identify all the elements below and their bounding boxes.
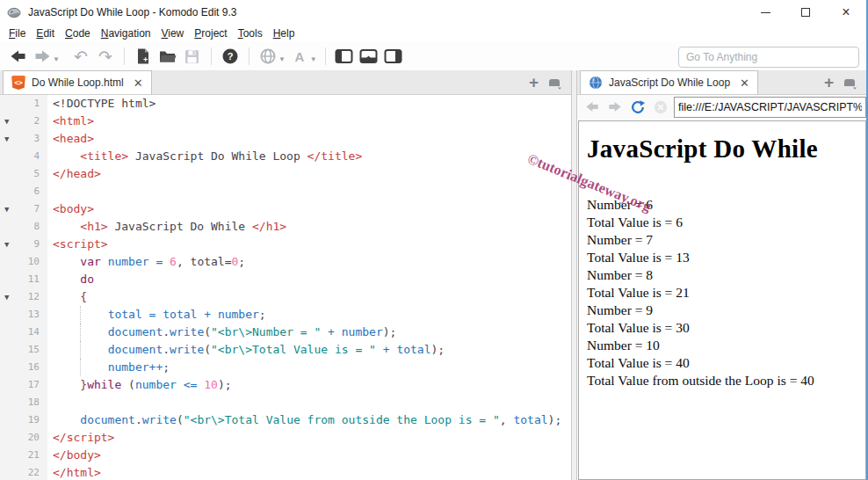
forward-dropdown-caret-icon[interactable]: ▼ [53, 55, 60, 63]
code-line[interactable]: ▼2<html> [0, 113, 571, 130]
editor-tab-do-while-loop[interactable]: <> Do While Loop.html ✕ [3, 70, 152, 94]
left-pane-icon [335, 48, 353, 64]
html-file-icon: <> [11, 76, 25, 90]
help-button[interactable]: ? [219, 45, 242, 68]
undo-button[interactable]: ↶ [69, 45, 92, 68]
browser-forward-button[interactable] [605, 98, 625, 117]
code-text: var number = 6, total=0; [47, 253, 245, 271]
main-toolbar: ▼ ↶ ↷ + ? ▼ A ▼ [0, 42, 866, 70]
toolbar-separator [211, 47, 212, 65]
menu-navigation[interactable]: Navigation [98, 25, 158, 41]
preview-tab[interactable]: JavaScript Do While Loop ✕ [580, 70, 758, 94]
menu-tools[interactable]: Tools [235, 25, 270, 41]
maximize-button[interactable] [785, 0, 826, 25]
fold-arrow-icon[interactable]: ▼ [4, 236, 9, 253]
menu-file[interactable]: File [5, 25, 33, 41]
preview-dropdown-caret-icon[interactable]: ▼ [278, 55, 286, 63]
toolbar-separator [249, 47, 250, 65]
code-line[interactable]: 17 }while (number <= 10); [0, 376, 571, 394]
fold-arrow-icon[interactable]: ▼ [4, 288, 9, 306]
code-line[interactable]: 15 document.write("<br\>Total Value is =… [0, 341, 571, 359]
code-line[interactable]: 18 [0, 394, 571, 411]
new-file-button[interactable]: + [132, 45, 155, 68]
code-line[interactable]: ▼7<body> [0, 200, 571, 218]
code-text: <script> [47, 236, 108, 253]
tab-close-icon[interactable]: ✕ [134, 77, 143, 89]
font-dropdown-caret-icon[interactable]: ▼ [310, 55, 317, 63]
code-line[interactable]: 6 [0, 183, 571, 200]
forward-button[interactable] [31, 45, 54, 68]
indent-guide [80, 341, 81, 359]
menu-view[interactable]: View [157, 25, 191, 41]
browser-preview-pane: JavaScript Do While Loop ✕ + [577, 70, 866, 480]
open-file-button[interactable] [156, 45, 179, 68]
back-button[interactable] [6, 45, 29, 68]
code-text: <html> [47, 113, 94, 130]
line-number: 22 [0, 464, 47, 480]
code-text: number++; [47, 359, 170, 376]
code-line[interactable]: 14 document.write("<br\>Number = " + num… [0, 324, 571, 341]
code-line[interactable]: 5</head> [0, 165, 571, 183]
code-line[interactable]: 4 <title> JavaScript Do While Loop </tit… [0, 148, 571, 165]
line-number: 19 [0, 411, 47, 429]
browser-back-button[interactable] [582, 98, 602, 117]
fold-arrow-icon[interactable]: ▼ [4, 130, 9, 148]
font-size-button[interactable]: A [288, 45, 311, 68]
minimize-button[interactable] [745, 0, 785, 25]
tab-list-icon[interactable] [843, 76, 858, 90]
code-text: total = total + number; [47, 306, 266, 324]
code-line[interactable]: 10 var number = 6, total=0; [0, 253, 571, 271]
menu-project[interactable]: Project [191, 25, 234, 41]
fold-arrow-icon[interactable]: ▼ [4, 113, 9, 130]
editor-pane: <> Do While Loop.html ✕ + 1<!DOCTYPE htm… [0, 70, 571, 480]
output-line: Number = 8 [587, 266, 857, 284]
url-bar[interactable] [674, 97, 866, 118]
code-text: document.write("<br\>Number = " + number… [47, 324, 396, 341]
new-tab-button[interactable]: + [529, 75, 539, 91]
code-line[interactable]: 19 document.write("<br\>Total Value from… [0, 411, 571, 429]
menu-edit[interactable]: Edit [33, 25, 61, 41]
script-output: Number = 6Total Value is = 6Number = 7To… [587, 196, 857, 389]
toolbar-separator [124, 47, 125, 65]
undo-icon: ↶ [74, 48, 88, 64]
tab-close-icon[interactable]: ✕ [740, 77, 749, 89]
code-line[interactable]: ▼3<head> [0, 130, 571, 148]
menu-code[interactable]: Code [61, 25, 98, 41]
tab-list-icon[interactable] [547, 76, 563, 90]
code-line[interactable]: ▼12 { [0, 288, 571, 306]
redo-button[interactable]: ↷ [94, 45, 117, 68]
menu-help[interactable]: Help [270, 25, 302, 41]
code-line[interactable]: ▼9<script> [0, 236, 571, 253]
line-number: 8 [0, 218, 47, 236]
toggle-left-pane-button[interactable] [333, 45, 356, 68]
code-editor[interactable]: 1<!DOCTYPE html>▼2<html>▼3<head>4 <title… [0, 95, 571, 480]
browser-refresh-button[interactable] [628, 98, 647, 117]
line-number: 16 [0, 359, 47, 376]
pane-splitter[interactable] [571, 70, 577, 480]
code-line[interactable]: 22</html> [0, 464, 571, 480]
browser-content: JavaScript Do While Number = 6Total Valu… [578, 120, 866, 480]
toggle-bottom-pane-button[interactable] [358, 45, 380, 68]
code-line[interactable]: 11 do [0, 271, 571, 288]
code-line[interactable]: 13 total = total + number; [0, 306, 571, 324]
fold-arrow-icon[interactable]: ▼ [4, 200, 9, 218]
page-heading: JavaScript Do While [587, 135, 857, 164]
browser-preview-button[interactable] [257, 45, 279, 68]
code-line[interactable]: 21</body> [0, 447, 571, 464]
svg-text:?: ? [228, 51, 234, 62]
line-number: ▼7 [0, 200, 47, 218]
browser-stop-button[interactable] [651, 98, 670, 117]
redo-icon: ↷ [98, 48, 112, 64]
line-number: 20 [0, 429, 47, 447]
code-text: </html> [47, 464, 101, 480]
indent-guide [80, 306, 81, 324]
code-line[interactable]: 8 <h1> JavaScript Do While </h1> [0, 218, 571, 236]
toggle-right-pane-button[interactable] [382, 45, 405, 68]
go-to-anything-input[interactable] [678, 47, 859, 68]
code-line[interactable]: 16 number++; [0, 359, 571, 376]
save-button[interactable] [181, 45, 204, 68]
new-tab-button[interactable]: + [824, 75, 834, 91]
code-line[interactable]: 20</script> [0, 429, 571, 447]
close-button[interactable]: × [826, 0, 866, 25]
code-line[interactable]: 1<!DOCTYPE html> [0, 95, 571, 113]
